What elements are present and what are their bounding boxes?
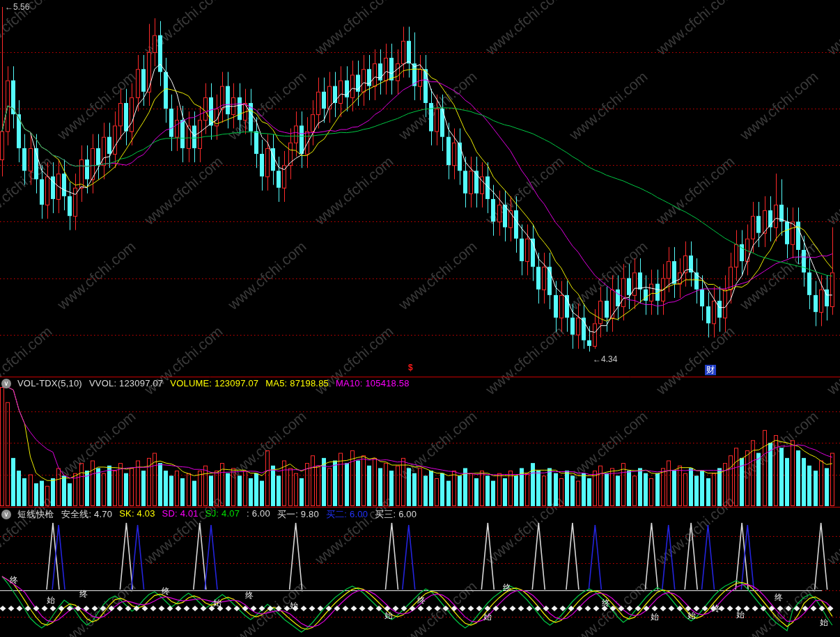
header-segment: 短线快枪 [17,508,54,521]
header-segment: 买一: 9.80 [277,508,319,521]
phase-label: 终 [602,597,610,609]
phase-label: 终 [417,595,426,606]
header-segment: VOL-TDX(5,10) [17,378,82,388]
phase-label: 终 [503,582,511,594]
phase-label: 始 [213,597,221,609]
phase-label: 始 [687,610,696,622]
chevron-down-icon[interactable]: ∨ [1,510,11,519]
phase-label: 终 [10,574,18,586]
phase-label: 始 [290,600,298,612]
header-segment: : 6.00 [247,508,270,521]
phase-label: 终 [245,590,254,601]
stock-chart-app: ←5.56 ←4.34 $ 财 ∨ VOL-TDX(5,10)VVOL: 123… [0,0,840,637]
phase-label: 始 [820,617,828,629]
phase-label: 始 [384,610,393,622]
phase-label: 终 [712,603,720,615]
header-segment: SD: 4.01 [162,508,199,521]
phase-label: 始 [736,609,745,621]
phase-label: 终 [775,592,783,604]
header-segment: VVOL: 123097.07 [89,378,163,388]
indicator-panel-header: ∨ 短线快枪安全线: 4.70SK: 4.03SD: 4.01SJ: 4.07:… [1,508,417,521]
header-segment: SK: 4.03 [119,508,155,521]
phase-label: 始 [47,595,55,606]
phase-label: 终 [79,588,88,600]
indicator-header-segments: 短线快枪安全线: 4.70SK: 4.03SD: 4.01SJ: 4.07: 6… [17,508,417,521]
cai-badge[interactable]: 财 [705,365,716,375]
header-segment: VOLUME: 123097.07 [170,378,258,388]
chevron-down-icon[interactable]: ∨ [1,379,11,388]
phase-label: 始 [651,611,659,623]
dollar-marker: $ [408,363,413,372]
header-segment: 买二: 6.00 [326,508,368,521]
price-max-label: ←5.56 [5,2,29,12]
header-segment: 买三: 6.00 [375,508,417,521]
chart-canvas[interactable] [0,0,840,637]
volume-header-segments: VOL-TDX(5,10)VVOL: 123097.07VOLUME: 1230… [17,378,410,388]
volume-panel-header: ∨ VOL-TDX(5,10)VVOL: 123097.07VOLUME: 12… [1,378,410,388]
phase-label: 始 [483,611,492,623]
price-min-label: ←4.34 [593,354,617,364]
header-segment: MA5: 87198.85 [265,378,329,388]
header-segment: 安全线: 4.70 [61,508,112,521]
header-segment: MA10: 105418.58 [336,378,410,388]
header-segment: SJ: 4.07 [205,508,240,521]
phase-label: 终 [162,585,170,597]
